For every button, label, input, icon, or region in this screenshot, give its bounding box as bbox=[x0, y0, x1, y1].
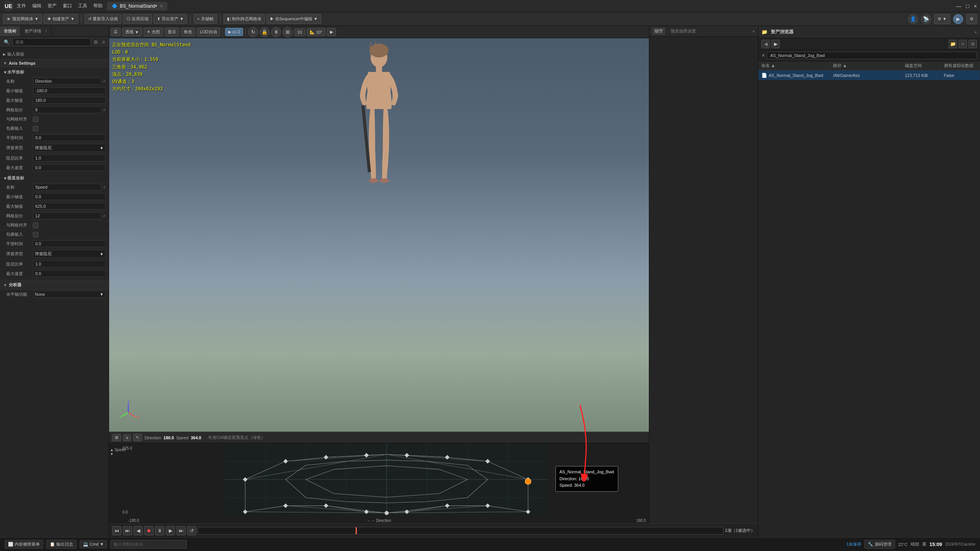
blend-list-button[interactable]: ≡ bbox=[123, 434, 131, 441]
analysis-header[interactable]: ▼ 分析器 bbox=[0, 280, 109, 290]
timeline-play-button[interactable]: ▶ bbox=[166, 526, 175, 535]
h-snap-checkbox[interactable] bbox=[33, 117, 38, 122]
inspector-tab-preview[interactable]: 预览场景设置 bbox=[668, 28, 698, 35]
v-smooth-input[interactable] bbox=[33, 240, 106, 247]
inspector-close-button[interactable]: × bbox=[753, 29, 755, 34]
maximize-button[interactable]: □ bbox=[966, 3, 969, 9]
toolbar-settings-button[interactable]: ⚙ ▼ bbox=[934, 14, 950, 24]
asset-close-x-button[interactable]: ✕ bbox=[761, 53, 765, 58]
output-log-button[interactable]: 📋 输出日志 bbox=[46, 540, 77, 549]
h-grid-reset-icon[interactable]: ↺ bbox=[103, 108, 106, 112]
v-max-input[interactable] bbox=[33, 203, 106, 210]
h-spring-dropdown[interactable]: 弹簧阻尼 ▼ bbox=[33, 144, 106, 152]
create-asset-button[interactable]: ◈ 创建资产 ▼ bbox=[44, 14, 78, 24]
h-name-reset-icon[interactable]: ↺ bbox=[103, 79, 106, 83]
make-static-button[interactable]: ◧ 制作静态网格体 bbox=[224, 14, 265, 24]
reimport-button[interactable]: ↺ 重新导入动画 bbox=[85, 14, 121, 24]
grid-view-icon[interactable]: ⊞ bbox=[92, 39, 99, 46]
vp-grid-size-button[interactable]: 10 bbox=[294, 28, 305, 36]
blend-grid-button[interactable]: ⊞ bbox=[112, 434, 121, 441]
vp-pause-button[interactable]: ⏸ bbox=[271, 27, 281, 37]
menu-tools[interactable]: 工具 bbox=[78, 3, 87, 9]
vp-lock-button[interactable]: 🔒 bbox=[260, 27, 270, 37]
source-control-button[interactable]: 🔧 源码管理 bbox=[864, 540, 895, 549]
timeline-start-button[interactable]: ⏮ bbox=[112, 526, 121, 535]
export-asset-button[interactable]: ⬆ 导出资产 ▼ bbox=[154, 14, 187, 24]
timeline-next-button[interactable]: ⏭ bbox=[176, 526, 186, 535]
horizontal-axis-header[interactable]: ▼ 水平坐标 bbox=[0, 68, 109, 77]
asset-col-path[interactable]: 路径 ▲ bbox=[830, 61, 902, 70]
menu-window[interactable]: 窗口 bbox=[63, 3, 72, 9]
menu-asset[interactable]: 资产 bbox=[47, 3, 57, 9]
tab-close-button[interactable]: × bbox=[160, 3, 163, 9]
vp-menu-button[interactable]: ☰ bbox=[111, 28, 121, 36]
toolbar-network-icon[interactable]: 📡 bbox=[921, 14, 931, 24]
asset-browser-close-button[interactable]: × bbox=[975, 30, 977, 34]
timeline-pause-button[interactable]: ⏸ bbox=[155, 526, 164, 535]
timeline-record-button[interactable]: ⏺ bbox=[144, 526, 154, 535]
h-name-input[interactable] bbox=[33, 78, 101, 85]
tab-asset-details[interactable]: 资产详情 × bbox=[21, 26, 52, 36]
close-button[interactable]: × bbox=[974, 3, 977, 9]
asset-col-size[interactable]: 磁盘空间 bbox=[902, 61, 941, 70]
vp-perspective-button[interactable]: 透视 ▼ bbox=[122, 28, 142, 36]
vp-angle-button[interactable]: 📐 10° bbox=[307, 28, 326, 36]
timeline-track[interactable] bbox=[198, 527, 724, 535]
vp-character-button[interactable]: 角色 bbox=[181, 28, 195, 36]
h-min-input[interactable] bbox=[33, 87, 106, 94]
v-grid-reset-icon[interactable]: ↺ bbox=[103, 214, 106, 218]
nav-filter-button[interactable]: ≡ bbox=[959, 40, 967, 48]
nav-forward-button[interactable]: ▶ bbox=[771, 40, 780, 48]
nav-back-button[interactable]: ◀ bbox=[761, 40, 770, 48]
asset-col-virtual[interactable]: 拥有虚拟化数据 bbox=[941, 61, 980, 70]
toolbar-user-icon[interactable]: 👤 bbox=[908, 14, 918, 24]
nav-folder-button[interactable]: 📁 bbox=[949, 40, 957, 48]
asset-search-input[interactable] bbox=[767, 52, 977, 59]
blend-cursor-button[interactable]: ↖ bbox=[133, 434, 142, 441]
content-sidebar-button[interactable]: ⬜ 内容侧滑菜单 bbox=[5, 540, 43, 549]
vp-lod-button[interactable]: LOD自动 bbox=[197, 28, 220, 36]
vp-play-button[interactable]: ▶ x1.0 bbox=[225, 28, 243, 36]
v-name-reset-icon[interactable]: ↺ bbox=[103, 185, 106, 189]
axis-settings-header[interactable]: ▼ Axis Settings bbox=[0, 59, 109, 67]
v-min-input[interactable] bbox=[33, 193, 106, 200]
close-key-button[interactable]: + 关键帧 bbox=[194, 14, 217, 24]
vertical-axis-header[interactable]: ▼ 垂直坐标 bbox=[0, 174, 109, 183]
v-grid-input[interactable] bbox=[33, 212, 101, 219]
input-section-header[interactable]: ▶ 输入插值 bbox=[0, 50, 109, 58]
menu-edit[interactable]: 编辑 bbox=[32, 3, 41, 9]
minimize-button[interactable]: — bbox=[956, 3, 961, 9]
vp-more-button[interactable]: ▶ bbox=[327, 28, 336, 36]
inspector-tab-details[interactable]: 细节 bbox=[652, 28, 665, 35]
h-max-input[interactable] bbox=[33, 97, 106, 104]
v-snap-checkbox[interactable] bbox=[33, 223, 38, 228]
console-input[interactable]: 输入控制台命令 bbox=[110, 540, 187, 549]
asset-details-close[interactable]: × bbox=[45, 29, 47, 33]
v-wrap-checkbox[interactable] bbox=[33, 232, 38, 237]
horiz-func-dropdown[interactable]: None ▼ bbox=[33, 291, 106, 298]
tab-skeleton-tree[interactable]: 骨骼树 bbox=[0, 26, 21, 36]
list-view-icon[interactable]: ≡ bbox=[101, 39, 106, 46]
apply-compress-button[interactable]: ◎ 应用压缩 bbox=[123, 14, 152, 24]
h-wrap-checkbox[interactable] bbox=[33, 126, 38, 131]
nav-settings-button[interactable]: ⚙ bbox=[969, 40, 977, 48]
toolbar-play-icon[interactable]: ▶ bbox=[953, 14, 963, 24]
h-grid-input[interactable] bbox=[33, 106, 101, 113]
vp-show-button[interactable]: 显示 bbox=[165, 28, 179, 36]
vp-lighting-button[interactable]: ☀ 光照 bbox=[144, 28, 163, 36]
v-spring-dropdown[interactable]: 弹簧阻尼 ▼ bbox=[33, 250, 106, 258]
in-sequencer-button[interactable]: ▶ 在Sequencer中编辑 ▼ bbox=[266, 14, 321, 24]
timeline-prev-button[interactable]: ◀ bbox=[134, 526, 143, 535]
asset-col-name[interactable]: 命名 ▲ bbox=[758, 61, 830, 70]
vp-grid-toggle-button[interactable]: ⊞ bbox=[283, 27, 292, 37]
toolbar-extra-button[interactable]: ⚙ bbox=[966, 14, 977, 24]
menu-help[interactable]: 帮助 bbox=[93, 3, 103, 9]
search-input[interactable] bbox=[13, 38, 91, 46]
vp-refresh-button[interactable]: ↻ bbox=[248, 27, 258, 37]
menu-file[interactable]: 文件 bbox=[17, 3, 26, 9]
cmd-button[interactable]: 💻 Cmd ▼ bbox=[80, 540, 107, 548]
preview-mesh-button[interactable]: 👁 预览网格体 ▼ bbox=[3, 14, 42, 24]
timeline-end-button[interactable]: ⏭ bbox=[123, 526, 132, 535]
open-tab[interactable]: 🔷 BS_NormalStand• × bbox=[107, 2, 167, 10]
timeline-loop-button[interactable]: ↺ bbox=[187, 526, 196, 535]
